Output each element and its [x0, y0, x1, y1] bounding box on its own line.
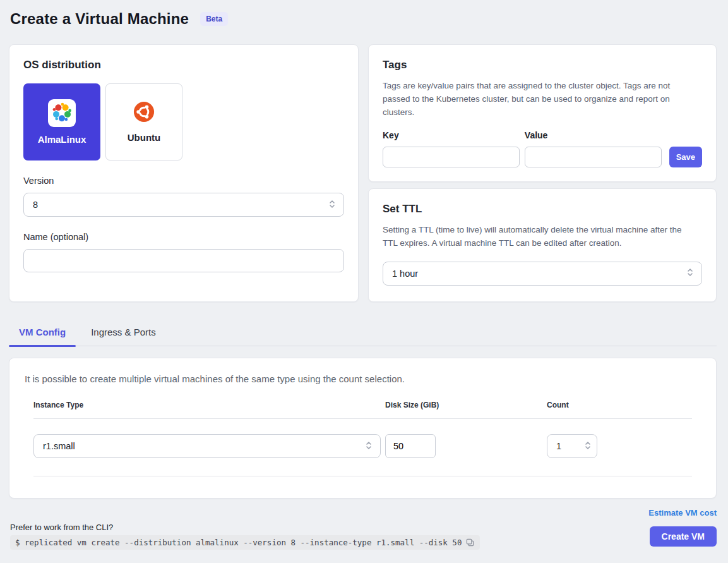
os-tile-almalinux-label: AlmaLinux — [38, 134, 87, 145]
chevron-updown-icon — [584, 440, 592, 452]
ttl-select-value: 1 hour — [392, 269, 418, 279]
version-select-value: 8 — [33, 200, 38, 210]
vm-config-table: Instance Type Disk Size (GiB) Count r1.s… — [33, 401, 692, 476]
footer-top: Estimate VM cost — [9, 507, 717, 518]
save-tag-button[interactable]: Save — [669, 147, 702, 167]
os-tile-ubuntu-label: Ubuntu — [128, 132, 160, 143]
config-tabs: VM Config Ingress & Ports — [9, 319, 717, 346]
version-label: Version — [23, 176, 344, 186]
footer-main: Prefer to work from the CLI? $ replicate… — [9, 523, 717, 550]
ttl-select[interactable]: 1 hour — [383, 262, 702, 286]
ubuntu-logo-icon — [133, 101, 155, 125]
tag-key-label: Key — [383, 130, 520, 140]
create-vm-button[interactable]: Create VM — [650, 526, 717, 547]
page-header: Create a Virtual Machine Beta — [9, 10, 717, 28]
tag-value-input[interactable] — [525, 147, 662, 167]
os-tiles: AlmaLinux — [23, 83, 344, 160]
disk-size-cell — [385, 434, 547, 458]
tab-ingress-ports[interactable]: Ingress & Ports — [81, 319, 166, 346]
set-ttl-card: Set TTL Setting a TTL (time to live) wil… — [368, 188, 717, 302]
vm-table-row: r1.small 1 — [33, 419, 692, 476]
cli-command-box: $ replicated vm create --distribution al… — [10, 535, 480, 550]
count-stepper[interactable]: 1 — [547, 434, 597, 458]
page-title: Create a Virtual Machine — [10, 10, 189, 28]
name-label: Name (optional) — [23, 232, 344, 242]
disk-size-input[interactable] — [385, 434, 436, 458]
version-select[interactable]: 8 — [23, 193, 344, 217]
chevron-updown-icon — [328, 199, 336, 211]
tags-card: Tags Tags are key/value pairs that are a… — [368, 44, 717, 182]
tag-key-column: Key — [383, 130, 520, 167]
chevron-updown-icon — [686, 267, 694, 279]
vm-table-header-row: Instance Type Disk Size (GiB) Count — [33, 401, 692, 419]
right-column: Tags Tags are key/value pairs that are a… — [368, 44, 717, 302]
tags-card-title: Tags — [383, 59, 702, 71]
instance-type-select[interactable]: r1.small — [33, 434, 381, 458]
instance-type-select-value: r1.small — [43, 441, 75, 451]
count-cell: 1 — [547, 434, 692, 458]
cli-command-text: $ replicated vm create --distribution al… — [15, 538, 462, 547]
cli-block: Prefer to work from the CLI? $ replicate… — [10, 523, 480, 550]
cli-prompt: Prefer to work from the CLI? — [10, 523, 480, 532]
tab-vm-config[interactable]: VM Config — [9, 319, 76, 346]
estimate-vm-cost-link[interactable]: Estimate VM cost — [648, 508, 717, 518]
chevron-updown-icon — [365, 440, 373, 452]
count-stepper-value: 1 — [556, 441, 561, 451]
ttl-card-description: Setting a TTL (time to live) will automa… — [383, 224, 698, 250]
os-distribution-card: OS distribution — [9, 44, 359, 302]
column-header-disk-size: Disk Size (GiB) — [385, 401, 547, 418]
beta-badge: Beta — [200, 12, 228, 26]
os-tile-almalinux[interactable]: AlmaLinux — [23, 83, 100, 160]
ttl-card-title: Set TTL — [383, 203, 702, 215]
os-tile-ubuntu[interactable]: Ubuntu — [105, 83, 182, 160]
tag-value-label: Value — [525, 130, 662, 140]
vm-config-intro: It is possible to create multiple virtua… — [25, 373, 701, 384]
tags-kv-row: Key Value Save — [383, 130, 702, 167]
top-grid: OS distribution — [9, 44, 717, 302]
os-card-title: OS distribution — [23, 59, 344, 71]
tags-card-description: Tags are key/value pairs that are assign… — [383, 80, 689, 119]
column-header-count: Count — [547, 401, 692, 418]
tag-value-column: Value — [525, 130, 662, 167]
instance-type-cell: r1.small — [33, 434, 385, 458]
copy-icon[interactable] — [465, 538, 475, 547]
create-vm-page: Create a Virtual Machine Beta OS distrib… — [0, 0, 728, 563]
almalinux-logo-icon — [51, 100, 73, 126]
name-input[interactable] — [23, 249, 344, 272]
almalinux-iconbox — [48, 99, 76, 127]
column-header-instance-type: Instance Type — [33, 401, 385, 418]
vm-config-card: It is possible to create multiple virtua… — [9, 358, 717, 499]
tag-key-input[interactable] — [383, 147, 520, 167]
